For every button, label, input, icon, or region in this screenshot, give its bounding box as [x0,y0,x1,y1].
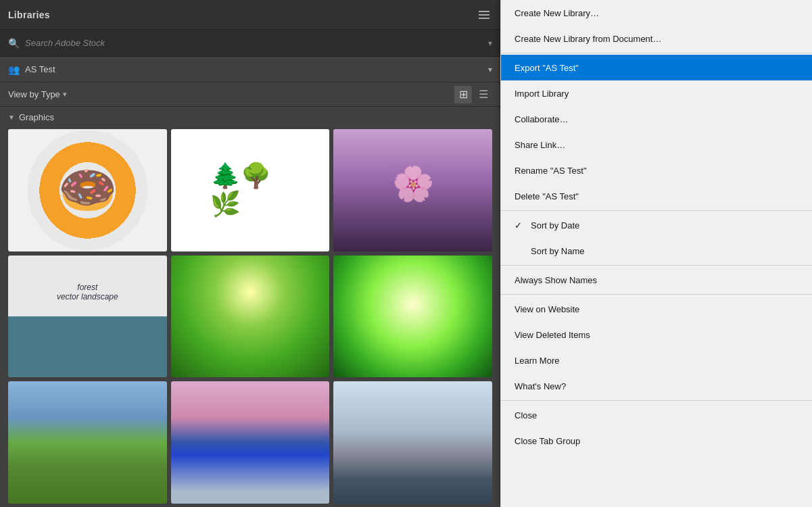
menu-item-label: Create New Library… [515,8,599,18]
view-toolbar: View by Type ▾ ⊞ ☰ [0,82,500,107]
section-title: Graphics [19,112,54,122]
thumbnail-cars [171,381,330,504]
thumbnail-trees [171,129,330,251]
menu-item-close[interactable]: Close [501,402,812,428]
menu-item-whats-new[interactable]: What's New? [501,373,812,399]
graphics-section-header: ▼ Graphics [8,112,492,122]
menu-item-label: Delete "AS Test" [515,191,579,201]
view-by-type-label: View by Type [8,89,60,99]
section-collapse-icon[interactable]: ▼ [8,114,15,121]
menu-item-label: Rename "AS Test" [515,166,587,176]
menu-item-label: What's New? [515,381,566,391]
search-placeholder: Search Adobe Stock [25,38,483,48]
content-area: ▼ Graphics [0,107,500,507]
menu-item-export[interactable]: Export "AS Test" [501,55,812,80]
menu-divider [501,265,812,266]
menu-item-label: Collaborate… [515,114,569,124]
menu-divider [501,210,812,211]
search-chevron-icon: ▾ [488,39,492,48]
view-by-type-button[interactable]: View by Type ▾ [8,89,67,99]
thumbnail-horses [8,381,167,504]
library-selector[interactable]: 👥 AS Test ▾ [0,57,500,82]
panel-title: Libraries [8,9,50,20]
menu-divider [501,294,812,295]
libraries-panel: Libraries 🔍 Search Adobe Stock ▾ 👥 AS Te… [0,0,500,507]
context-menu: Create New Library…Create New Library fr… [500,0,812,507]
thumbnail-green-landscape [333,256,492,378]
menu-item-import[interactable]: Import Library [501,80,812,106]
menu-item-collaborate[interactable]: Collaborate… [501,106,812,132]
library-chevron-icon: ▾ [488,65,492,74]
menu-item-label: Share Link… [515,140,565,150]
library-name: AS Test [25,64,483,74]
view-by-type-chevron-icon: ▾ [63,90,67,99]
menu-item-label: Create New Library from Document… [515,34,661,44]
list-view-button[interactable]: ☰ [475,86,492,103]
panel-header: Libraries [0,0,500,30]
search-icon: 🔍 [8,38,20,49]
menu-item-label: Import Library [515,89,569,99]
search-bar[interactable]: 🔍 Search Adobe Stock ▾ [0,30,500,57]
menu-item-label: Export "AS Test" [515,63,579,73]
thumbnail-forest-text [8,256,167,378]
menu-item-label: Close [515,410,537,420]
menu-item-rename[interactable]: Rename "AS Test" [501,158,812,183]
thumbnail-purple-trees [333,129,492,251]
menu-item-label: View Deleted Items [515,330,590,340]
menu-item-create-new-library[interactable]: Create New Library… [501,0,812,26]
menu-item-label: View on Website [515,304,579,314]
menu-item-always-show-names[interactable]: Always Show Names [501,267,812,293]
menu-item-sort-by-name[interactable]: Sort by Name [501,238,812,264]
menu-item-label: Learn More [515,356,559,366]
menu-item-share-link[interactable]: Share Link… [501,132,812,158]
graphics-grid [8,129,492,504]
check-mark-icon: ✓ [515,220,525,231]
menu-divider [501,53,812,53]
view-icons-group: ⊞ ☰ [454,86,492,103]
menu-item-sort-by-date[interactable]: ✓Sort by Date [501,212,812,238]
users-icon: 👥 [8,64,20,75]
menu-divider [501,400,812,401]
menu-item-learn-more[interactable]: Learn More [501,347,812,373]
menu-item-view-deleted[interactable]: View Deleted Items [501,322,812,347]
menu-item-view-on-website[interactable]: View on Website [501,296,812,322]
menu-item-label: Sort by Name [531,246,584,256]
menu-item-label: Sort by Date [531,220,579,231]
menu-button[interactable] [476,8,492,22]
menu-item-label: Close Tab Group [515,436,580,446]
menu-item-delete[interactable]: Delete "AS Test" [501,183,812,209]
menu-item-label: Always Show Names [515,275,597,285]
menu-item-create-from-doc[interactable]: Create New Library from Document… [501,26,812,51]
thumbnail-donut [8,129,167,251]
grid-view-button[interactable]: ⊞ [454,86,472,103]
thumbnail-woman-car [333,381,492,504]
menu-item-close-tab-group[interactable]: Close Tab Group [501,428,812,454]
thumbnail-sunlight [171,256,330,378]
